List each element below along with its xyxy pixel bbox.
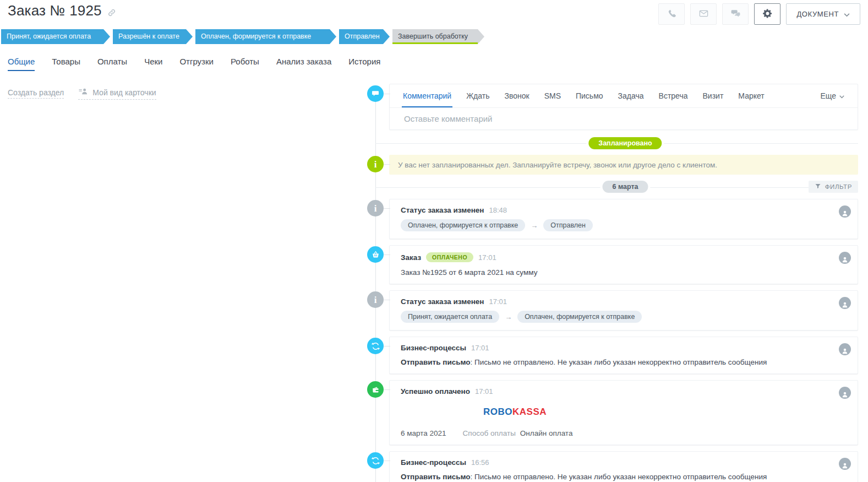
timeline-tab-meeting[interactable]: Встреча: [659, 84, 688, 107]
timeline-entry: Успешно оплачено 17:01 ROBOKASSA 6 марта…: [361, 380, 868, 445]
wallet-icon: [367, 381, 384, 398]
pipeline-stage-1[interactable]: Принят, ожидается оплата: [1, 29, 110, 44]
settings-button[interactable]: [754, 3, 780, 25]
timeline-entry: Бизнес-процессы 17:01 Отправить письмо: …: [361, 337, 868, 374]
chevron-down-icon: [839, 91, 844, 100]
timeline-tab-task[interactable]: Задача: [618, 84, 644, 107]
entry-body-label: Отправить письмо: [401, 473, 471, 481]
arrow-right-icon: →: [531, 221, 538, 230]
planned-badge[interactable]: Запланировано: [588, 137, 662, 149]
timeline-tab-sms[interactable]: SMS: [544, 84, 561, 107]
chat-button[interactable]: [722, 3, 749, 25]
info-message: У вас нет запланированных дел. Запланиру…: [398, 161, 717, 169]
business-process-card: Бизнес-процессы 17:01 Отправить письмо: …: [389, 337, 858, 374]
entry-title: Успешно оплачено: [401, 387, 470, 396]
create-section-link[interactable]: Создать раздел: [8, 88, 64, 99]
timeline-tab-comment[interactable]: Комментарий: [403, 84, 451, 107]
tab-shipments[interactable]: Отгрузки: [179, 57, 214, 71]
robokassa-logo-part2: KASSA: [512, 407, 547, 417]
chevron-down-icon: [844, 10, 850, 19]
timeline-entry: Заказ ОПЛАЧЕНО 17:01 Заказ №1925 от 6 ма…: [361, 245, 868, 284]
header-actions: ДОКУМЕНТ: [658, 3, 860, 25]
tab-order-analysis[interactable]: Анализ заказа: [276, 57, 331, 71]
avatar: [839, 252, 851, 264]
timeline-tab-call[interactable]: Звонок: [504, 84, 529, 107]
timeline-entry: Бизнес-процессы 16:56 Отправить письмо: …: [361, 451, 868, 482]
info-icon: i: [367, 156, 384, 172]
date-row: 6 марта ФИЛЬТР: [361, 180, 868, 194]
tab-general[interactable]: Общие: [8, 57, 35, 71]
entry-title: Бизнес-процессы: [401, 344, 466, 352]
payment-success-card: Успешно оплачено 17:01 ROBOKASSA 6 марта…: [389, 380, 858, 445]
payment-method-value: Онлайн оплата: [520, 429, 573, 437]
stage-current-underline: [392, 42, 478, 44]
my-card-view-label: Мой вид карточки: [92, 88, 156, 97]
info-icon-col: i: [361, 155, 389, 175]
tab-robots[interactable]: Роботы: [231, 57, 259, 71]
entry-time: 18:48: [489, 206, 507, 214]
tab-payments[interactable]: Оплаты: [97, 57, 127, 71]
timeline-tab-visit[interactable]: Визит: [703, 84, 724, 107]
payment-method-label: Способ оплаты: [463, 429, 516, 437]
arrow-right-icon: →: [505, 313, 512, 321]
chat-icon: [730, 8, 741, 20]
composer-card: Комментарий Ждать Звонок SMS Письмо Зада…: [389, 84, 858, 130]
status-pipeline: Принят, ожидается оплата Разрешён к опла…: [1, 29, 487, 44]
timeline-tab-letter[interactable]: Письмо: [576, 84, 603, 107]
my-card-view-link[interactable]: Мой вид карточки: [78, 86, 156, 100]
composer-tabs: Комментарий Ждать Звонок SMS Письмо Зада…: [390, 84, 858, 107]
payment-details-row: 6 марта 2021 Способ оплаты Онлайн оплата: [401, 429, 847, 437]
phone-icon: [667, 8, 677, 20]
call-button[interactable]: [658, 3, 685, 25]
filter-button[interactable]: ФИЛЬТР: [809, 181, 858, 193]
main-tabs: Общие Товары Оплаты Чеки Отгрузки Роботы…: [8, 57, 380, 71]
entry-icon-col: [361, 337, 389, 374]
stage-label: Принят, ожидается оплата: [7, 33, 91, 40]
entry-title: Бизнес-процессы: [401, 458, 466, 467]
info-icon: i: [367, 291, 384, 308]
tab-history[interactable]: История: [348, 57, 380, 71]
process-icon: [367, 338, 384, 354]
page-header: Заказ № 1925 ДОКУМЕНТ: [0, 0, 868, 28]
entry-title: Заказ: [401, 253, 421, 262]
stage-label: Оплачен, формируется к отправке: [201, 33, 311, 40]
entry-body: : Письмо не отправлено. Не указан либо у…: [471, 473, 767, 481]
document-button[interactable]: ДОКУМЕНТ: [786, 3, 860, 25]
pipeline-stage-2[interactable]: Разрешён к оплате: [113, 29, 193, 44]
link-icon[interactable]: [107, 8, 116, 17]
tab-receipts[interactable]: Чеки: [144, 57, 162, 71]
entry-time: 17:01: [489, 297, 507, 306]
avatar: [839, 387, 851, 399]
robokassa-logo: ROBOKASSA: [483, 407, 847, 418]
entry-time: 17:01: [475, 387, 493, 396]
pipeline-stage-3[interactable]: Оплачен, формируется к отправке: [195, 29, 336, 44]
process-icon: [367, 452, 384, 469]
comment-input[interactable]: [403, 113, 844, 124]
stage-label: Разрешён к оплате: [118, 33, 179, 40]
date-badge: 6 марта: [602, 181, 648, 193]
tab-products[interactable]: Товары: [52, 57, 80, 71]
business-process-card: Бизнес-процессы 16:56 Отправить письмо: …: [389, 451, 858, 482]
email-button[interactable]: [690, 3, 717, 25]
paid-badge: ОПЛАЧЕНО: [426, 252, 473, 262]
filter-label: ФИЛЬТР: [825, 183, 852, 190]
title-wrap: Заказ № 1925: [8, 2, 116, 19]
entry-body-label: Отправить письмо: [401, 358, 471, 366]
timeline-tab-market[interactable]: Маркет: [738, 84, 764, 107]
pipeline-stage-5[interactable]: Завершить обработку: [392, 29, 484, 44]
timeline-more-link[interactable]: Еще: [821, 91, 845, 100]
stage-label: Завершить обработку: [398, 33, 468, 40]
comment-bubble-icon: [367, 85, 384, 102]
composer-input-row: [390, 107, 858, 129]
page-title: Заказ № 1925: [8, 2, 102, 19]
entry-icon-col: i: [361, 199, 389, 239]
avatar: [839, 297, 851, 309]
entry-time: 16:56: [471, 458, 489, 467]
entry-time: 17:01: [478, 253, 496, 262]
timeline-tab-wait[interactable]: Ждать: [466, 84, 489, 107]
entry-icon-col: [361, 245, 389, 284]
pipeline-stage-4[interactable]: Отправлен: [339, 29, 390, 44]
order-paid-card: Заказ ОПЛАЧЕНО 17:01 Заказ №1925 от 6 ма…: [389, 245, 858, 284]
entry-icon-col: [361, 451, 389, 482]
entry-title: Статус заказа изменен: [401, 297, 484, 306]
